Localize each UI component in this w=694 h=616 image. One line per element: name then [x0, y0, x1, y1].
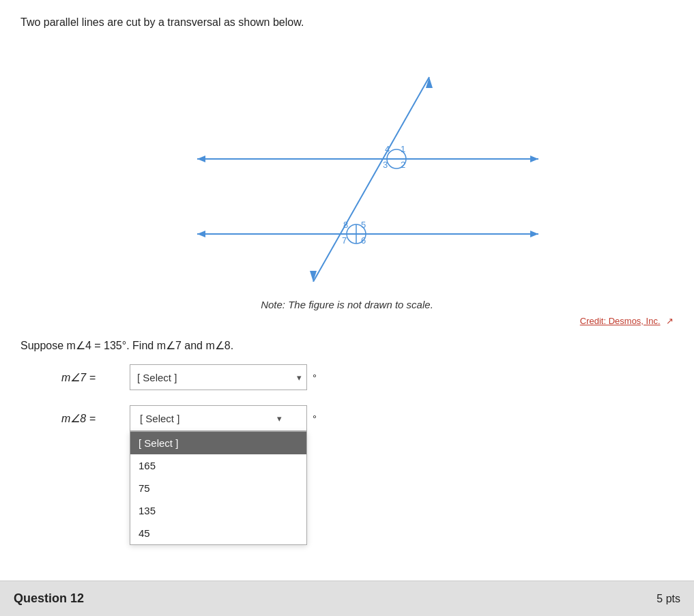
dropdown-item-135[interactable]: 135	[130, 499, 306, 522]
svg-marker-5	[530, 231, 538, 237]
angle7-row: m∠7 = [ Select ] 165 75 135 45 ▾ °	[61, 364, 674, 390]
angle8-selected-value: [ Select ]	[137, 413, 277, 424]
pts-label: 5 pts	[656, 593, 680, 605]
angle8-label: m∠8 =	[61, 412, 123, 425]
credit-area: Credit: Desmos, Inc. ↗	[20, 314, 674, 327]
svg-text:7: 7	[342, 235, 347, 246]
svg-text:3: 3	[383, 160, 388, 170]
svg-marker-4	[197, 231, 205, 237]
dropdown-item-select[interactable]: [ Select ]	[130, 432, 306, 454]
dropdown-item-165[interactable]: 165	[130, 454, 306, 477]
dropdown-item-45[interactable]: 45	[130, 522, 306, 544]
diagram-area: 4 1 3 2 8 5 7 6	[20, 40, 674, 292]
angle7-label: m∠7 =	[61, 371, 123, 384]
bottom-bar: Question 12 5 pts	[0, 581, 694, 616]
dropdown-item-75[interactable]: 75	[130, 477, 306, 499]
angle8-degree: °	[313, 413, 317, 424]
external-link-icon: ↗	[666, 316, 674, 326]
angle8-select-wrapper: [ Select ] ▾ [ Select ] 165 75 135 45	[130, 405, 307, 431]
angle7-select-wrapper: [ Select ] 165 75 135 45 ▾	[130, 364, 307, 390]
page-container: Two parallel lines are cut by a transver…	[0, 0, 694, 431]
svg-text:2: 2	[401, 160, 405, 170]
svg-text:8: 8	[343, 220, 348, 230]
angle8-row: m∠8 = [ Select ] ▾ [ Select ] 165 75 135…	[61, 405, 674, 431]
angle8-select-display[interactable]: [ Select ] ▾	[130, 405, 307, 431]
note-text: Note: The figure is not drawn to scale.	[20, 299, 674, 310]
svg-marker-1	[197, 156, 205, 162]
credit-link[interactable]: Credit: Desmos, Inc.	[580, 316, 661, 326]
svg-line-6	[313, 77, 429, 282]
problem-intro: Two parallel lines are cut by a transver…	[20, 16, 674, 29]
svg-marker-2	[530, 156, 538, 162]
svg-text:4: 4	[385, 144, 390, 154]
diagram-svg: 4 1 3 2 8 5 7 6	[143, 50, 552, 282]
angle7-degree: °	[313, 372, 317, 383]
svg-text:6: 6	[361, 235, 366, 246]
chevron-down-icon-2: ▾	[277, 413, 282, 424]
angle7-select[interactable]: [ Select ] 165 75 135 45	[130, 364, 307, 390]
question-label: Question 12	[14, 591, 84, 606]
angle8-dropdown: [ Select ] 165 75 135 45	[130, 431, 307, 545]
suppose-text: Suppose m∠4 = 135°. Find m∠7 and m∠8.	[20, 339, 674, 352]
svg-text:5: 5	[361, 220, 366, 230]
svg-text:1: 1	[401, 144, 405, 154]
